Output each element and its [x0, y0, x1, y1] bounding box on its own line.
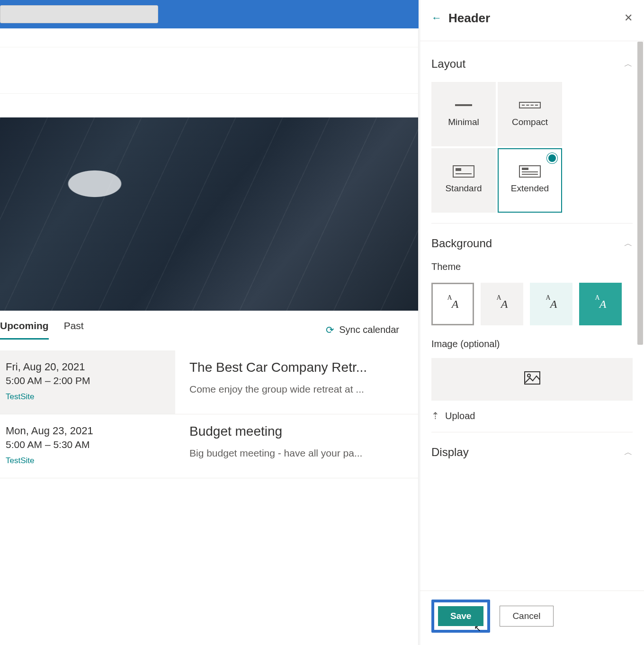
- event-site: TestSite: [6, 456, 167, 466]
- spacer: [0, 62, 418, 94]
- svg-point-1: [528, 374, 530, 377]
- layout-option-minimal[interactable]: Minimal: [431, 82, 496, 146]
- section-toggle-display[interactable]: Display ︿: [431, 446, 633, 459]
- upload-icon: ⇡: [431, 410, 439, 421]
- header-settings-panel: ← Header ✕ Layout ︿ Minimal Compact: [420, 0, 644, 645]
- event-title: The Best Car Company Retr...: [189, 360, 408, 375]
- section-title: Background: [431, 237, 492, 250]
- chevron-up-icon: ︿: [624, 58, 633, 70]
- section-background: Background ︿ Theme AA AA AA AA Image (op…: [431, 224, 633, 432]
- theme-option-white[interactable]: AA: [431, 283, 474, 325]
- image-label: Image (optional): [431, 339, 633, 349]
- layout-label: Extended: [511, 183, 549, 194]
- event-time: 5:00 AM – 2:00 PM: [6, 375, 167, 386]
- close-icon[interactable]: ✕: [624, 12, 633, 24]
- section-title: Display: [431, 446, 469, 459]
- layout-label: Compact: [512, 117, 548, 127]
- scrollbar-thumb[interactable]: [637, 42, 643, 345]
- sync-label: Sync calendar: [339, 324, 399, 335]
- event-title: Budget meeting: [189, 424, 408, 439]
- layout-label: Minimal: [448, 117, 479, 127]
- main-content: Upcoming Past ⟳ Sync calendar Fri, Aug 2…: [0, 0, 419, 645]
- section-display: Display ︿: [431, 432, 633, 481]
- panel-footer: Save ↖ Cancel: [420, 591, 644, 645]
- chevron-up-icon: ︿: [624, 447, 633, 458]
- image-drop-zone[interactable]: [431, 358, 633, 401]
- tab-past[interactable]: Past: [64, 320, 84, 340]
- upload-label: Upload: [445, 411, 475, 421]
- layout-option-extended[interactable]: Extended: [498, 148, 562, 213]
- event-row[interactable]: Fri, Aug 20, 2021 5:00 AM – 2:00 PM Test…: [0, 350, 418, 414]
- chevron-up-icon: ︿: [624, 238, 633, 249]
- layout-option-standard[interactable]: Standard: [431, 148, 496, 213]
- theme-option-soft[interactable]: AA: [530, 283, 572, 325]
- scrollbar[interactable]: [637, 42, 643, 607]
- image-icon: [524, 371, 540, 388]
- tabs-row: Upcoming Past ⟳ Sync calendar: [0, 311, 418, 340]
- event-time: 5:00 AM – 5:30 AM: [6, 439, 167, 450]
- layout-option-compact[interactable]: Compact: [498, 82, 562, 146]
- panel-title: Header: [448, 11, 617, 26]
- search-input[interactable]: [0, 5, 158, 23]
- section-title: Layout: [431, 57, 465, 71]
- section-layout: Layout ︿ Minimal Compact Standard: [431, 44, 633, 224]
- cursor-icon: ↖: [474, 623, 481, 634]
- event-desc: Come enjoy the group wide retreat at ...: [189, 384, 408, 395]
- upload-button[interactable]: ⇡ Upload: [431, 410, 633, 421]
- events-list: Fri, Aug 20, 2021 5:00 AM – 2:00 PM Test…: [0, 350, 418, 478]
- event-date: Fri, Aug 20, 2021: [6, 361, 167, 373]
- save-highlight: Save ↖: [431, 600, 490, 633]
- back-arrow-icon[interactable]: ←: [431, 12, 442, 24]
- section-toggle-background[interactable]: Background ︿: [431, 237, 633, 250]
- event-site: TestSite: [6, 392, 167, 402]
- event-date: Mon, Aug 23, 2021: [6, 425, 167, 437]
- theme-option-strong[interactable]: AA: [579, 283, 622, 325]
- sync-icon: ⟳: [326, 324, 334, 336]
- event-desc: Big budget meeting - have all your pa...: [189, 448, 408, 459]
- event-row[interactable]: Mon, Aug 23, 2021 5:00 AM – 5:30 AM Test…: [0, 414, 418, 478]
- theme-option-neutral[interactable]: AA: [481, 283, 523, 325]
- cancel-button[interactable]: Cancel: [500, 606, 553, 627]
- layout-label: Standard: [445, 183, 482, 194]
- section-toggle-layout[interactable]: Layout ︿: [431, 57, 633, 71]
- top-bar: [0, 0, 419, 28]
- tab-upcoming[interactable]: Upcoming: [0, 320, 49, 340]
- spacer: [0, 28, 418, 47]
- theme-label: Theme: [431, 261, 633, 272]
- sync-calendar-button[interactable]: ⟳ Sync calendar: [326, 324, 399, 336]
- hero-image: [0, 117, 418, 311]
